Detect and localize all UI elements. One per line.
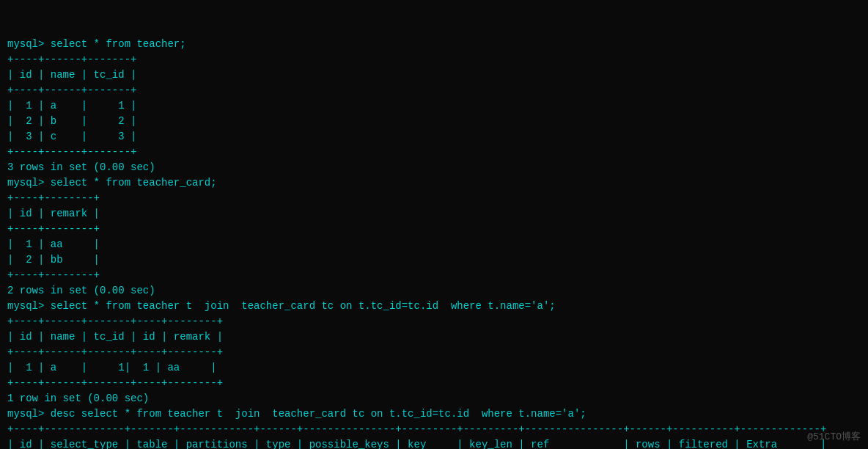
terminal-line: | 1 | a | 1 | (7, 98, 861, 114)
terminal-line: +----+------+-------+----+--------+ (7, 376, 861, 391)
terminal-line: | 2 | b | 2 | (7, 114, 861, 129)
terminal-line: +----+--------+ (7, 191, 861, 206)
terminal-line: +----+------+-------+ (7, 83, 861, 98)
terminal-line: | 2 | bb | (7, 252, 861, 268)
terminal-line: 2 rows in set (0.00 sec) (7, 283, 861, 299)
terminal-line: mysql> select * from teacher; (7, 37, 861, 52)
terminal-line: +----+------+-------+----+--------+ (7, 345, 861, 360)
watermark: @51CTO博客 (807, 430, 861, 443)
terminal-line: +----+--------+ (7, 268, 861, 283)
terminal-line: +----+------+-------+ (7, 145, 861, 160)
terminal-line: | 1 | a | 1| 1 | aa | (7, 360, 861, 376)
terminal-line: | id | name | tc_id | id | remark | (7, 329, 861, 345)
terminal-line: +----+-------------+-------+------------… (7, 422, 861, 437)
terminal-line: mysql> select * from teacher t join teac… (7, 299, 861, 314)
terminal-line: mysql> desc select * from teacher t join… (7, 406, 861, 422)
terminal-line: mysql> select * from teacher_card; (7, 175, 861, 191)
terminal-line: 3 rows in set (0.00 sec) (7, 160, 861, 175)
terminal-line: | id | name | tc_id | (7, 67, 861, 83)
terminal-line: +----+------+-------+----+--------+ (7, 314, 861, 329)
terminal-line: +----+--------+ (7, 222, 861, 237)
terminal-output: mysql> select * from teacher;+----+-----… (7, 6, 861, 449)
terminal-line: | 1 | aa | (7, 237, 861, 252)
terminal-line: 1 row in set (0.00 sec) (7, 391, 861, 406)
terminal-line: | 3 | c | 3 | (7, 129, 861, 145)
terminal-line: +----+------+-------+ (7, 52, 861, 67)
terminal-line: | id | remark | (7, 206, 861, 222)
terminal-line: | id | select_type | table | partitions … (7, 437, 861, 449)
